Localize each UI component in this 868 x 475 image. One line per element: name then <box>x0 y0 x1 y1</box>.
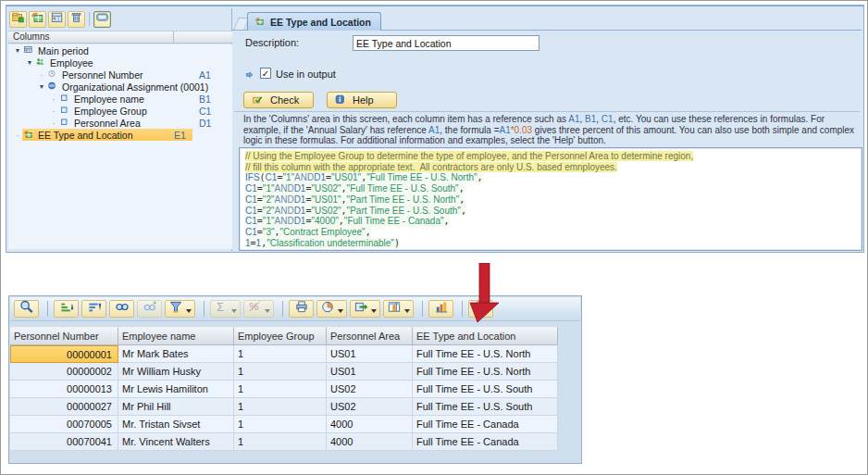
table-cell[interactable]: 1 <box>234 416 327 433</box>
column-header-personnel-number[interactable]: Personnel Number <box>10 327 118 345</box>
table-cell[interactable]: Full Time EE - Canada <box>413 416 558 433</box>
table-cell[interactable]: US01 <box>327 345 413 363</box>
tab-label: EE Type and Location <box>270 17 371 28</box>
tree-item-reference: D1 <box>199 118 211 129</box>
column-header-employee-name[interactable]: Employee name <box>118 327 234 345</box>
insert-period-button[interactable] <box>48 11 66 28</box>
delete-button[interactable] <box>68 11 85 28</box>
use-in-output-checkbox[interactable]: ✓ <box>260 68 271 79</box>
help-text-segment: B1 <box>585 114 596 124</box>
table-cell[interactable]: 1 <box>234 433 327 451</box>
views-button[interactable] <box>316 300 347 318</box>
table-cell[interactable]: Mr William Husky <box>118 363 234 381</box>
table-row[interactable]: 00000027Mr Phil Hill1US02Full Time EE - … <box>10 398 558 416</box>
columns-header-label: Columns <box>13 31 49 42</box>
table-cell[interactable]: 1 <box>234 398 327 416</box>
table-cell[interactable]: Mr Phil Hill <box>118 398 234 416</box>
toolbar-separator <box>282 301 283 317</box>
print-button[interactable] <box>289 300 314 318</box>
description-label: Description: <box>245 37 299 48</box>
description-input[interactable] <box>353 35 539 51</box>
columns-tree: ▼Main period▼Employee·Personnel NumberA1… <box>8 44 232 249</box>
graphic-button[interactable] <box>428 300 453 318</box>
table-cell[interactable]: Full Time EE - U.S. North <box>413 345 558 363</box>
tree-item-personnel-area[interactable]: ·Personnel AreaD1 <box>8 117 232 129</box>
table-cell[interactable]: Full Time EE - Canada <box>413 433 558 451</box>
tree-leaf-bullet: · <box>37 72 46 78</box>
globe-icon <box>46 81 59 93</box>
print-icon <box>294 300 309 318</box>
formula-editor[interactable]: // Using the Employee Group to determine… <box>239 147 862 251</box>
column-header-ee-type-and-location[interactable]: EE Type and Location <box>413 327 558 345</box>
table-cell[interactable]: Mr Lewis Hamiliton <box>118 381 234 398</box>
table-cell[interactable]: 4000 <box>327 416 413 433</box>
sort-desc-button[interactable] <box>81 300 106 318</box>
tree-item-ee-type-and-location[interactable]: ·EE Type and LocationE1 <box>8 129 232 141</box>
tree-item-reference: B1 <box>199 94 211 105</box>
details-button[interactable] <box>14 300 39 318</box>
export-button[interactable] <box>350 300 380 318</box>
column-header-personnel-area[interactable]: Personnel Area <box>327 327 413 345</box>
table-cell[interactable]: Mr. Tristan Sivset <box>118 416 234 433</box>
tree-item-employee-group[interactable]: ·Employee GroupC1 <box>8 105 232 117</box>
tree-item-label: Personnel Area <box>74 118 141 129</box>
table-cell[interactable]: 1 <box>234 345 327 363</box>
insert-formula-button[interactable] <box>29 11 46 28</box>
table-cell[interactable]: 1 <box>234 381 327 398</box>
tree-item-organizational-assignment-0001-[interactable]: ▼Organizational Assignment (0001) <box>8 81 232 93</box>
table-cell[interactable]: Full Time EE - U.S. North <box>413 363 558 381</box>
table-cell[interactable]: Mr Mark Bates <box>118 345 234 363</box>
table-cell[interactable]: US02 <box>327 398 413 416</box>
tree-item-main-period[interactable]: ▼Main period <box>8 44 232 56</box>
table-cell[interactable]: 1 <box>234 363 327 381</box>
tree-expander-icon[interactable]: ▼ <box>25 59 34 66</box>
formula-code-line: IFS(C1="1" AND D1="US01","Full Time EE -… <box>245 172 483 183</box>
column-header-employee-group[interactable]: Employee Group <box>234 327 327 345</box>
table-row[interactable]: 00000001Mr Mark Bates1US01Full Time EE -… <box>10 345 558 363</box>
table-cell[interactable]: 00000013 <box>10 381 118 398</box>
sum-button: Σ <box>210 300 241 318</box>
formula-column-icon <box>254 17 267 28</box>
table-row[interactable]: 00070041Mr. Vincent Walters14000Full Tim… <box>10 433 558 451</box>
table-cell[interactable]: 4000 <box>327 433 413 451</box>
toolbar-separator <box>422 301 423 317</box>
display-toggle-icon <box>95 11 109 28</box>
tree-item-personnel-number[interactable]: ·Personnel NumberA1 <box>8 69 232 81</box>
field-icon <box>58 94 71 105</box>
selected-cell[interactable]: 00000001 <box>10 345 118 363</box>
layout-button[interactable] <box>383 300 414 318</box>
find-button[interactable] <box>109 300 134 318</box>
table-cell[interactable]: 00000027 <box>10 398 118 416</box>
check-button-label: Check <box>270 94 299 106</box>
table-cell[interactable]: Full Time EE - U.S. South <box>413 381 558 398</box>
svg-text:Σ: Σ <box>217 301 224 314</box>
tree-leaf-bullet: · <box>49 120 58 126</box>
table-cell[interactable]: 00000002 <box>10 363 118 381</box>
table-row[interactable]: 00070005Mr. Tristan Sivset14000Full Time… <box>10 416 558 433</box>
tree-item-employee[interactable]: ▼Employee <box>8 56 232 69</box>
tree-expander-icon[interactable]: ▼ <box>37 83 46 90</box>
check-button[interactable]: Check <box>243 92 314 108</box>
tree-expander-icon[interactable]: ▼ <box>13 47 22 54</box>
table-cell[interactable]: US01 <box>327 363 413 381</box>
table-cell[interactable]: 00070005 <box>10 416 118 433</box>
help-text-segment: *0.03 <box>511 125 532 135</box>
table-cell[interactable]: Mr. Vincent Walters <box>118 433 234 451</box>
tree-leaf-bullet: · <box>49 108 58 114</box>
display-toggle-button[interactable] <box>93 11 111 28</box>
table-row[interactable]: 00000002Mr William Husky1US01Full Time E… <box>10 363 558 381</box>
table-row[interactable]: 00000013Mr Lewis Hamiliton1US02Full Time… <box>10 381 558 398</box>
sort-asc-button[interactable] <box>54 300 79 318</box>
table-cell[interactable]: US02 <box>327 381 413 398</box>
table-cell[interactable]: 00070041 <box>10 433 118 451</box>
help-text-segment: A1 <box>568 114 579 124</box>
filter-button[interactable] <box>165 300 195 318</box>
table-cell[interactable]: Full Time EE - U.S. South <box>413 398 558 416</box>
clock-icon <box>46 69 59 81</box>
tab-ee-type-and-location[interactable]: EE Type and Location <box>247 12 381 31</box>
help-info-icon <box>335 94 347 106</box>
columns-toolbar <box>9 9 113 29</box>
insert-element-button[interactable] <box>9 11 27 28</box>
help-button[interactable]: Help <box>327 92 397 108</box>
tree-item-employee-name[interactable]: ·Employee nameB1 <box>8 93 232 105</box>
